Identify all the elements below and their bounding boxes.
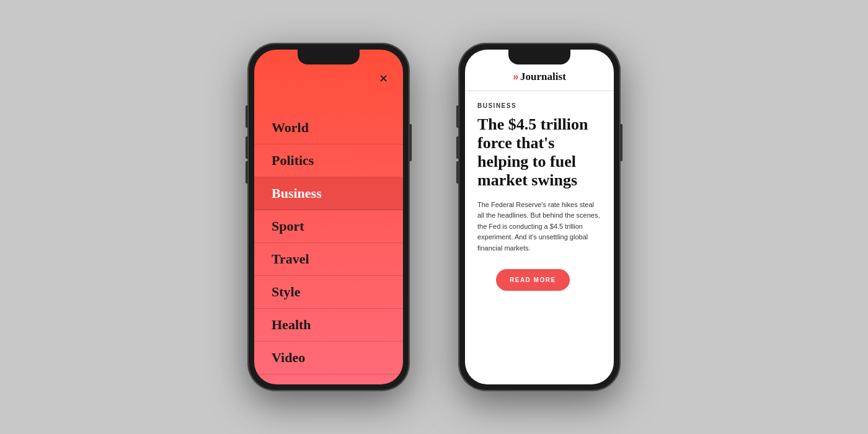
read-more-button[interactable]: READ MORE — [496, 269, 570, 291]
menu-item-health[interactable]: Health — [254, 309, 403, 342]
menu-item-label: Politics — [272, 153, 314, 168]
article-headline: The $4.5 trillion force that's helping t… — [477, 115, 601, 190]
phone-menu: ✕ WorldPoliticsBusinessSportTravelStyleH… — [248, 43, 409, 391]
article-category: BUSINESS — [477, 102, 601, 109]
menu-item-style[interactable]: Style — [254, 276, 403, 309]
menu-item-politics[interactable]: Politics — [254, 144, 403, 177]
menu-item-video[interactable]: Video — [254, 342, 403, 374]
close-button[interactable]: ✕ — [379, 72, 388, 86]
notch — [298, 50, 360, 64]
menu-item-label: Health — [272, 317, 311, 332]
menu-item-label: World — [272, 120, 309, 135]
menu-list: WorldPoliticsBusinessSportTravelStyleHea… — [254, 112, 403, 384]
logo-icon: » — [513, 71, 518, 82]
menu-item-label: Video — [272, 350, 305, 365]
article-body: The Federal Reserve's rate hikes steal a… — [477, 200, 601, 254]
menu-screen: ✕ WorldPoliticsBusinessSportTravelStyleH… — [254, 50, 403, 384]
phone-article: » Journalist BUSINESS The $4.5 trillion … — [459, 43, 620, 391]
menu-item-label: Style — [272, 284, 300, 299]
notch — [508, 50, 570, 64]
menu-item-label: Business — [272, 185, 322, 201]
article-content: BUSINESS The $4.5 trillion force that's … — [465, 91, 614, 309]
menu-item-label: Sport — [272, 218, 304, 234]
menu-item-world[interactable]: World — [254, 112, 403, 144]
article-screen: » Journalist BUSINESS The $4.5 trillion … — [465, 50, 614, 384]
menu-item-business[interactable]: Business — [254, 177, 403, 210]
menu-item-label: Travel — [272, 251, 309, 267]
menu-item-travel[interactable]: Travel — [254, 243, 403, 276]
menu-item-sport[interactable]: Sport — [254, 210, 403, 243]
logo-text: Journalist — [520, 71, 566, 83]
